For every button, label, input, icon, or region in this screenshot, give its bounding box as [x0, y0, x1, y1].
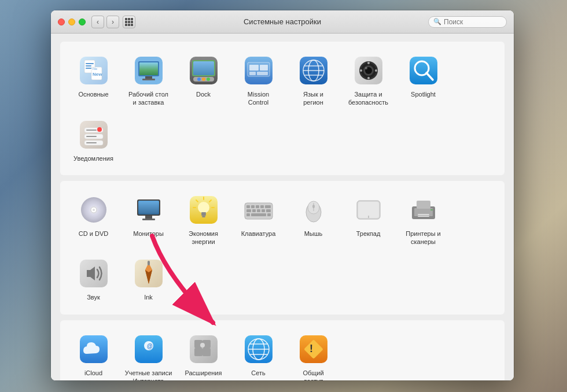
- svg-rect-78: [252, 209, 256, 212]
- svg-rect-60: [139, 202, 158, 213]
- content-area: New File Основные: [51, 34, 514, 380]
- pref-dock[interactable]: Dock: [176, 49, 231, 113]
- svg-rect-72: [246, 205, 250, 208]
- pref-accounts[interactable]: @ Учетные записиИнтернета: [121, 327, 176, 380]
- titlebar: ‹ › Системные настройки 🔍: [51, 10, 514, 34]
- energy-icon: [187, 194, 220, 226]
- pref-mouse[interactable]: Мышь: [286, 188, 341, 252]
- system-preferences-window: ‹ › Системные настройки 🔍: [51, 10, 514, 380]
- svg-point-40: [360, 69, 362, 72]
- pref-trackpad[interactable]: Трекпад: [341, 188, 396, 252]
- section1-grid: New File Основные: [66, 49, 499, 168]
- svg-rect-15: [193, 61, 214, 75]
- svg-point-62: [198, 202, 209, 213]
- grid-view-button[interactable]: [123, 16, 135, 28]
- pref-extensions[interactable]: Расширения: [176, 327, 231, 380]
- forward-button[interactable]: ›: [106, 16, 119, 28]
- svg-rect-52: [86, 142, 97, 143]
- traffic-lights: [58, 19, 86, 25]
- svg-text:File: File: [93, 67, 97, 71]
- svg-rect-96: [418, 214, 429, 215]
- pref-language[interactable]: Язык ирегион: [286, 49, 341, 113]
- svg-point-38: [367, 62, 370, 64]
- pref-cddvd[interactable]: CD и DVD: [66, 188, 121, 252]
- svg-rect-22: [249, 65, 259, 71]
- icloud-label: iCloud: [84, 369, 102, 377]
- search-input[interactable]: [444, 18, 502, 26]
- pref-network[interactable]: Сеть: [231, 327, 286, 380]
- nav-buttons: ‹ ›: [91, 16, 119, 28]
- network-icon: [242, 333, 275, 365]
- desktop-label: Рабочий столи заставка: [128, 90, 168, 107]
- pref-ink[interactable]: Ink: [121, 252, 176, 307]
- mission-icon: [242, 54, 275, 87]
- pref-keyboard[interactable]: Клавиатура: [231, 188, 286, 252]
- svg-rect-80: [262, 209, 265, 212]
- network-label: Сеть: [251, 369, 265, 377]
- desktop-icon: [132, 54, 165, 87]
- svg-text:!: !: [310, 343, 313, 354]
- section-internet: iCloud: [60, 320, 505, 380]
- accounts-icon: @: [132, 333, 165, 365]
- pref-security[interactable]: Защита ибезопасность: [341, 49, 396, 113]
- minimize-button[interactable]: [68, 19, 75, 25]
- trackpad-icon: [352, 194, 385, 226]
- pref-monitors[interactable]: Мониторы: [121, 188, 176, 252]
- svg-rect-101: [148, 261, 150, 265]
- maximize-button[interactable]: [79, 19, 86, 25]
- back-button[interactable]: ‹: [91, 16, 104, 28]
- svg-rect-50: [86, 136, 97, 137]
- pref-mission[interactable]: MissionControl: [231, 49, 286, 113]
- keyboard-icon: [242, 194, 275, 226]
- svg-text:New: New: [93, 72, 102, 77]
- ink-label: Ink: [144, 293, 153, 301]
- search-box[interactable]: 🔍: [428, 16, 507, 28]
- section3-grid: iCloud: [66, 327, 499, 380]
- svg-point-55: [93, 209, 95, 211]
- svg-rect-74: [256, 205, 259, 208]
- pref-general[interactable]: New File Основные: [66, 49, 121, 113]
- svg-rect-58: [145, 216, 152, 219]
- cddvd-label: CD и DVD: [79, 230, 108, 238]
- svg-rect-81: [266, 209, 271, 212]
- extensions-icon: [187, 333, 220, 365]
- general-icon: New File: [78, 54, 110, 87]
- svg-text:@: @: [147, 343, 153, 349]
- energy-label: Экономияэнергии: [189, 230, 218, 246]
- icloud-icon: [78, 333, 110, 365]
- printers-label: Принтеры исканеры: [406, 230, 441, 246]
- svg-point-48: [97, 127, 102, 132]
- svg-rect-24: [249, 72, 256, 75]
- notifications-icon: [78, 119, 110, 151]
- pref-printers[interactable]: Принтеры исканеры: [396, 188, 451, 252]
- spotlight-icon: [407, 54, 440, 87]
- spotlight-label: Spotlight: [411, 90, 436, 98]
- pref-spotlight[interactable]: Spotlight: [396, 49, 451, 113]
- accounts-label: Учетные записиИнтернета: [125, 369, 172, 380]
- svg-rect-3: [86, 65, 91, 66]
- svg-rect-90: [358, 202, 379, 218]
- svg-rect-10: [139, 62, 158, 75]
- pref-energy[interactable]: Экономияэнергии: [176, 188, 231, 252]
- svg-rect-23: [260, 65, 268, 71]
- pref-sharing[interactable]: ! Общийдоступ: [286, 327, 341, 380]
- svg-rect-65: [202, 216, 205, 217]
- svg-rect-63: [201, 212, 206, 214]
- svg-rect-111: [200, 343, 205, 347]
- svg-point-17: [197, 77, 201, 81]
- pref-icloud[interactable]: iCloud: [66, 327, 121, 380]
- mouse-label: Мышь: [304, 230, 323, 238]
- section-personal: New File Основные: [60, 42, 505, 175]
- pref-sound[interactable]: Звук: [66, 252, 121, 307]
- sound-label: Звук: [87, 293, 100, 301]
- svg-rect-64: [201, 214, 206, 216]
- pref-notifications[interactable]: Уведомления: [66, 113, 121, 168]
- svg-point-41: [375, 69, 377, 72]
- pref-desktop[interactable]: Рабочий столи заставка: [121, 49, 176, 113]
- security-icon: [352, 54, 385, 87]
- notifications-label: Уведомления: [73, 154, 113, 162]
- svg-rect-84: [267, 213, 271, 216]
- keyboard-label: Клавиатура: [241, 230, 276, 238]
- close-button[interactable]: [58, 19, 65, 25]
- dock-icon: [187, 54, 220, 87]
